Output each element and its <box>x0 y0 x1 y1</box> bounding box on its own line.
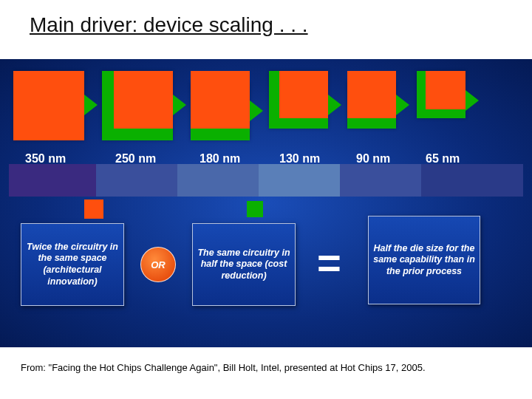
colorbar-segment <box>421 164 523 197</box>
orange-square-65 <box>426 71 466 109</box>
arrow-icon <box>466 90 479 111</box>
figure-panel: 350 nm 250 nm 180 nm 130 nm 90 nm 65 nm <box>0 59 532 347</box>
arrow-icon <box>173 95 186 115</box>
equation-card-2: The same circuitry in half the space (co… <box>192 223 296 306</box>
equation-card-3: Half the die size for the same capabilit… <box>368 216 480 304</box>
orange-square-130 <box>279 71 328 118</box>
process-node-row: 350 nm 250 nm 180 nm 130 nm 90 nm 65 nm <box>9 72 523 160</box>
orange-square-350 <box>13 71 84 140</box>
colorbar-segment <box>177 164 259 197</box>
equation-row: Twice the circuitry in the same space (a… <box>9 220 523 331</box>
mini-orange-square <box>84 200 103 219</box>
color-bar <box>9 164 523 197</box>
colorbar-segment <box>9 164 96 197</box>
citation-text: From: "Facing the Hot Chips Challenge Ag… <box>21 362 426 373</box>
equation-card-1: Twice the circuitry in the same space (a… <box>21 223 124 306</box>
colorbar-segment <box>96 164 177 197</box>
or-operator: OR <box>140 247 176 282</box>
arrow-icon <box>250 100 263 121</box>
colorbar-segment <box>259 164 340 197</box>
orange-square-250 <box>114 71 173 129</box>
equals-sign: = <box>316 242 341 284</box>
arrow-icon <box>396 95 409 115</box>
orange-square-180 <box>191 71 250 129</box>
slide-title: Main driver: device scaling . . . <box>30 13 308 37</box>
colorbar-segment <box>340 164 421 197</box>
arrow-icon <box>84 95 98 115</box>
orange-square-90 <box>347 71 396 118</box>
arrow-icon <box>328 95 341 115</box>
